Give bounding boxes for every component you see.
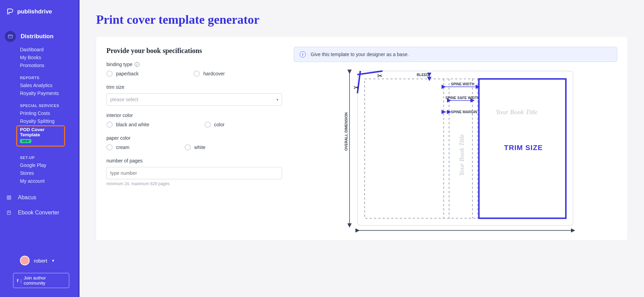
brand-name: publishdrive (17, 8, 52, 15)
sidebar-item-dashboard[interactable]: Dashboard (20, 47, 78, 52)
spine-width-label: SPINE WIDTH (451, 82, 474, 86)
distribution-label: Distribution (21, 33, 53, 40)
distribution-icon (5, 31, 16, 42)
scissors-icon: ✂ (377, 72, 383, 79)
sidebar-item-royalty-payments[interactable]: Royalty Payments (20, 91, 78, 96)
scissors-icon: ✂ (354, 84, 359, 91)
sidebar-item-ebook-converter[interactable]: Ebook Converter (0, 205, 78, 220)
section-reports: REPORTS (0, 68, 78, 81)
avatar (20, 256, 30, 265)
spine-safe-label: SPINE SAFE WIDTH (446, 96, 480, 100)
info-icon: i (300, 51, 306, 57)
binding-type-label: binding type i (106, 62, 282, 67)
trim-size-label: TRIM SIZE (504, 144, 543, 151)
sidebar-item-mybooks[interactable]: My Books (20, 55, 78, 60)
sidebar-item-promotions[interactable]: Promotions (20, 63, 78, 68)
radio-hardcover[interactable]: hardcover (194, 71, 225, 77)
pages-label: number of pages (106, 158, 282, 163)
sidebar-item-royalty-splitting[interactable]: Royalty Splitting (20, 118, 78, 124)
user-menu[interactable]: robert ▼ (5, 253, 73, 268)
banner-text: Give this template to your designer as a… (311, 52, 409, 57)
sidebar-item-stores[interactable]: Stores (20, 170, 78, 176)
form-heading: Provide your book specifications (106, 47, 282, 55)
svg-point-3 (9, 197, 10, 197)
sidebar-item-printing[interactable]: Printing Costs (20, 110, 78, 116)
interior-color-label: interior color (106, 113, 282, 118)
overall-dimension-label: OVERALL DIMENSION (344, 112, 348, 151)
sidebar-item-myaccount[interactable]: My account (20, 178, 78, 184)
section-setup: SET-UP (0, 148, 78, 161)
svg-rect-0 (8, 35, 12, 38)
generator-card: Provide your book specifications binding… (96, 36, 627, 240)
radio-cream[interactable]: cream (106, 144, 129, 150)
new-badge: NEW (20, 139, 31, 143)
trim-size-select[interactable]: please select ▾ (106, 93, 282, 106)
radio-color[interactable]: color (205, 121, 225, 128)
join-label: Join author community (24, 275, 65, 286)
logo-icon (6, 8, 14, 16)
pages-input[interactable] (106, 167, 282, 179)
trim-size-label: trim size (106, 84, 282, 90)
caret-down-icon: ▾ (277, 98, 278, 102)
cover-diagram: OVERALL DIMENSION ✂ ✂ BLEED (294, 68, 617, 233)
sidebar-item-pod-cover-template[interactable]: POD Cover Template NEW (16, 125, 65, 147)
front-title-ghost: Your Book Title (496, 108, 538, 116)
abacus-label: Abacus (18, 194, 36, 201)
nav-distribution[interactable]: Distribution (0, 26, 78, 45)
svg-point-5 (9, 198, 10, 199)
pages-helper: minimum 24, maximum 828 pages (106, 181, 282, 186)
sidebar-item-abacus[interactable]: Abacus (0, 190, 78, 205)
preview-area: i Give this template to your designer as… (294, 47, 617, 233)
user-name: robert (34, 258, 47, 264)
paper-color-label: paper color (106, 135, 282, 141)
abacus-icon (5, 193, 13, 202)
sidebar-item-sales[interactable]: Sales Analytics (20, 83, 78, 88)
spine-title-ghost: Your Book Title (458, 134, 465, 176)
page-title: Print cover template generator (96, 12, 627, 27)
info-banner: i Give this template to your designer as… (294, 47, 617, 62)
info-icon[interactable]: i (135, 62, 139, 67)
pod-cover-label: POD Cover Template (20, 127, 62, 137)
converter-label: Ebook Converter (18, 210, 59, 216)
sidebar: publishdrive Distribution Dashboard My B… (0, 0, 80, 297)
facebook-icon: f (17, 278, 18, 283)
spine-margin-label: SPINE MARGIN (451, 110, 477, 114)
radio-bw[interactable]: black and white (106, 121, 149, 128)
svg-point-4 (8, 198, 9, 199)
radio-white[interactable]: white (185, 144, 206, 150)
sidebar-item-googleplay[interactable]: Google Play (20, 162, 78, 168)
main-content: Print cover template generator Provide y… (80, 0, 644, 297)
converter-icon (5, 209, 13, 217)
spec-form: Provide your book specifications binding… (106, 47, 282, 233)
svg-rect-1 (7, 196, 11, 200)
chevron-down-icon: ▼ (51, 259, 55, 263)
svg-point-2 (8, 197, 9, 197)
section-special: SPECIAL SERVICES (0, 96, 78, 109)
brand-logo[interactable]: publishdrive (0, 0, 78, 19)
bleed-label: BLEED (417, 73, 429, 77)
join-community-button[interactable]: f | Join author community (13, 273, 69, 288)
radio-paperback[interactable]: paperback (106, 71, 138, 77)
trim-placeholder: please select (110, 97, 138, 102)
